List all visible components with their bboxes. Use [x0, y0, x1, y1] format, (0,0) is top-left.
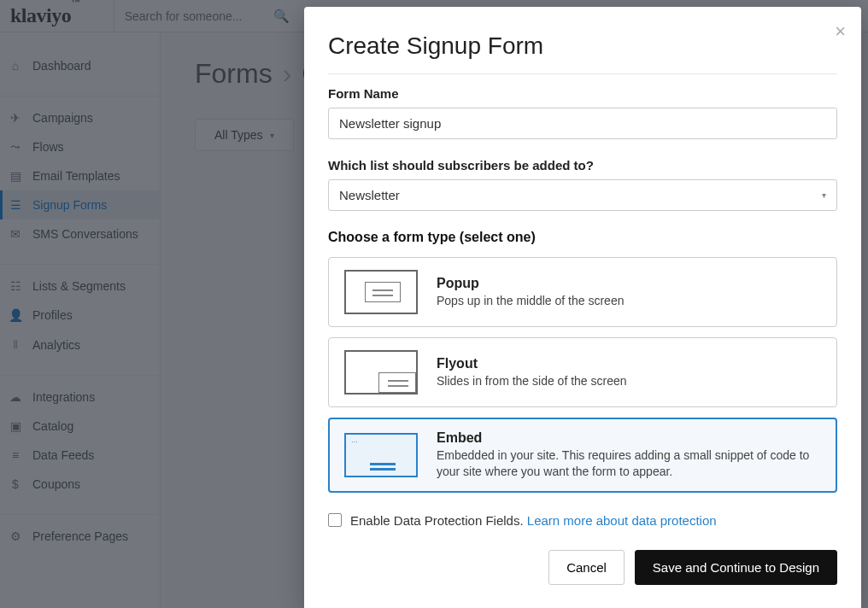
- formtype-option-desc: Embedded in your site. This requires add…: [437, 447, 821, 480]
- formtype-thumb-embed: ⋯: [344, 433, 418, 477]
- list-select[interactable]: Newsletter ▾: [328, 179, 837, 211]
- formtype-thumb-flyout: [344, 350, 418, 395]
- modal-footer: Cancel Save and Continue to Design: [328, 528, 837, 600]
- formtype-thumb-popup: [344, 270, 418, 314]
- formtype-option-popup[interactable]: PopupPops up in the middle of the screen: [328, 257, 837, 327]
- form-name-label: Form Name: [328, 86, 837, 101]
- formtype-option-desc: Slides in from the side of the screen: [437, 373, 627, 389]
- formtype-label: Choose a form type (select one): [328, 230, 837, 245]
- data-protection-checkbox[interactable]: [328, 513, 342, 527]
- formtype-option-title: Embed: [437, 430, 821, 446]
- modal-title: Create Signup Form: [328, 32, 837, 60]
- data-protection-row: Enable Data Protection Fields. Learn mor…: [328, 513, 837, 528]
- formtype-option-flyout[interactable]: FlyoutSlides in from the side of the scr…: [328, 337, 837, 407]
- formtype-option-embed[interactable]: ⋯EmbedEmbedded in your site. This requir…: [328, 418, 837, 493]
- list-label: Which list should subscribers be added t…: [328, 158, 837, 172]
- save-button[interactable]: Save and Continue to Design: [635, 550, 837, 585]
- cancel-button[interactable]: Cancel: [548, 550, 625, 585]
- formtype-option-title: Popup: [437, 276, 624, 291]
- formtype-option-title: Flyout: [437, 356, 627, 371]
- formtype-option-desc: Pops up in the middle of the screen: [437, 293, 624, 309]
- close-icon[interactable]: ×: [835, 20, 846, 43]
- divider: [328, 73, 837, 74]
- list-select-value: Newsletter: [339, 188, 400, 202]
- form-name-input[interactable]: [328, 108, 837, 139]
- data-protection-link[interactable]: Learn more about data protection: [527, 513, 717, 528]
- data-protection-label: Enable Data Protection Fields.: [350, 513, 524, 528]
- create-form-modal: × Create Signup Form Form Name Which lis…: [304, 7, 861, 608]
- chevron-down-icon: ▾: [822, 190, 826, 200]
